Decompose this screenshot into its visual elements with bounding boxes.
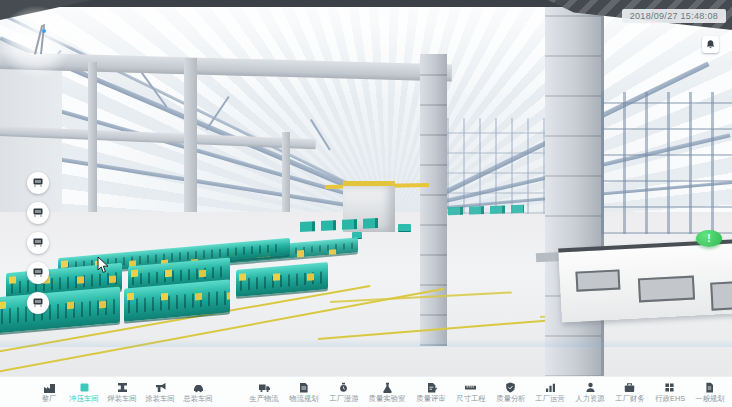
stamping-shop-icon — [78, 381, 91, 394]
crane-light — [42, 29, 46, 33]
notification-button[interactable] — [702, 36, 719, 53]
tab-production-logistics[interactable]: 生产物流 — [248, 377, 280, 407]
tab-quality-review[interactable]: 质量评审 — [415, 377, 447, 407]
workshop-tabs: 整厂 冲压车间 焊装车间 涂装车间 总装车间 — [36, 377, 214, 407]
tab-quality-lab[interactable]: 质量实验室 — [367, 377, 407, 407]
digital-twin-factory-app: ! 2018/09/27 15:48:08 整厂 — [0, 0, 732, 407]
status-alert-marker[interactable]: ! — [696, 230, 722, 247]
tab-admin-ehs[interactable]: 行政EHS — [654, 377, 686, 407]
equipment-panel-icon — [32, 294, 44, 312]
control-room-window — [638, 276, 695, 303]
tab-whole-plant[interactable]: 整厂 — [36, 377, 62, 407]
timestamp: 2018/09/27 15:48:08 — [622, 9, 726, 23]
tab-stamping-shop[interactable]: 冲压车间 — [68, 377, 100, 407]
truck-icon — [258, 381, 271, 394]
bottom-toolbar: 整厂 冲压车间 焊装车间 涂装车间 总装车间 生产物流 — [0, 376, 732, 407]
watch-icon — [337, 381, 350, 394]
equipment-marker-button[interactable] — [27, 202, 49, 224]
tab-assembly-shop[interactable]: 总装车间 — [182, 377, 214, 407]
grid-icon — [663, 381, 676, 394]
tab-painting-shop[interactable]: 涂装车间 — [144, 377, 176, 407]
shield-icon — [504, 381, 517, 394]
equipment-marker-button[interactable] — [27, 292, 49, 314]
factory-icon — [43, 381, 56, 394]
agv-cart — [398, 224, 411, 231]
equipment-marker-button[interactable] — [27, 172, 49, 194]
person-icon — [584, 381, 597, 394]
paint-spray-icon — [154, 381, 167, 394]
equipment-panel-icon — [32, 174, 44, 192]
briefcase-icon — [623, 381, 636, 394]
flask-icon — [381, 381, 394, 394]
factory-3d-viewport[interactable]: ! 2018/09/27 15:48:08 — [0, 0, 732, 377]
pillar — [420, 54, 447, 346]
document-review-icon — [425, 381, 438, 394]
tab-quality-analysis[interactable]: 质量分析 — [495, 377, 527, 407]
toolbar-glow — [0, 339, 732, 347]
ruler-icon — [464, 381, 477, 394]
document-icon — [703, 381, 716, 394]
mouse-cursor — [97, 256, 109, 278]
tab-logistics-planning[interactable]: 物流规划 — [288, 377, 320, 407]
welding-press-icon — [116, 381, 129, 394]
tab-factory-finance[interactable]: 工厂财务 — [614, 377, 646, 407]
tab-welding-shop[interactable]: 焊装车间 — [106, 377, 138, 407]
tab-factory-roam[interactable]: 工厂漫游 — [328, 377, 360, 407]
function-tabs: 生产物流 物流规划 工厂漫游 质量实验室 质量评审 尺寸工程 — [248, 377, 726, 407]
assembly-car-icon — [192, 381, 205, 394]
control-room-window — [710, 281, 732, 311]
equipment-marker-button[interactable] — [27, 262, 49, 284]
steel-rack — [601, 92, 732, 234]
equipment-marker-button[interactable] — [27, 232, 49, 254]
tab-human-resources[interactable]: 人力资源 — [574, 377, 606, 407]
steel-rack — [447, 118, 545, 214]
equipment-panel-icon — [32, 204, 44, 222]
bar-chart-icon — [544, 381, 557, 394]
tab-dimension-engineering[interactable]: 尺寸工程 — [455, 377, 487, 407]
equipment-panel-icon — [32, 264, 44, 282]
tab-general-planning[interactable]: 一般规划 — [694, 377, 726, 407]
clipboard-icon — [297, 381, 310, 394]
tab-factory-operations[interactable]: 工厂运营 — [534, 377, 566, 407]
control-room — [558, 238, 732, 323]
equipment-panel-icon — [32, 234, 44, 252]
bell-icon — [705, 36, 716, 54]
control-room-window — [575, 269, 620, 291]
